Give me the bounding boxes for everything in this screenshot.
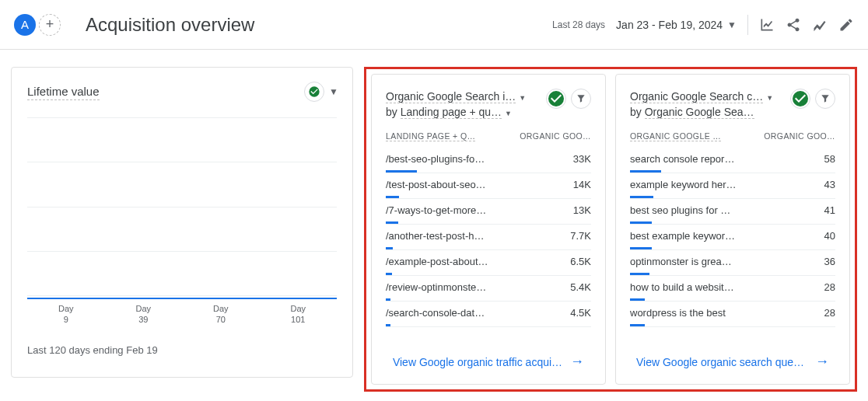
lifetime-value-title: Lifetime value [27,85,100,100]
organic-traffic-rows: /best-seo-plugins-fo…33K/test-post-about… [386,148,591,327]
row-value: 4.5K [570,307,591,319]
table-row[interactable]: best seo plugins for …41 [630,199,835,225]
organic-queries-card: Organic Google Search c…▼ by Organic Goo… [615,74,850,385]
status-check-icon[interactable] [790,89,810,109]
row-label: optinmonster is grea… [630,256,732,267]
filter-icon[interactable] [571,89,591,109]
row-value: 43 [824,179,835,190]
chevron-down-icon: ▼ [519,94,526,102]
row-value: 5.4K [570,281,591,293]
insights-icon[interactable] [759,17,775,33]
row-label: /best-seo-plugins-fo… [386,153,485,165]
chevron-down-icon: ▼ [766,94,773,102]
avatar-stack: A + [14,14,61,36]
row-label: /example-post-about… [386,256,488,267]
chevron-down-icon: ▼ [727,19,737,30]
date-range-value: Jan 23 - Feb 19, 2024 [616,19,723,31]
view-organic-traffic-link[interactable]: View Google organic traffic acqui… → [386,340,591,384]
highlighted-cards: Organic Google Search i…▼ by Landing pag… [364,67,857,392]
table-row[interactable]: example keyword her…43 [630,173,835,199]
row-label: /search-console-dat… [386,307,485,319]
status-check-icon[interactable] [304,82,324,102]
organic-queries-columns: ORGANIC GOOGLE … ORGANIC GOO… [630,131,835,141]
arrow-right-icon: → [570,354,584,370]
row-label: /review-optinmonste… [386,281,486,293]
row-value: 40 [824,230,835,242]
row-label: wordpress is the best [630,307,726,319]
organic-traffic-title[interactable]: Organic Google Search i…▼ by Landing pag… [386,89,541,120]
card-tools: ▼ [304,82,338,102]
row-value: 28 [824,307,835,319]
lifetime-chart: Day9 Day39 Day70 Day101 [27,117,337,326]
row-label: search console repor… [630,153,734,165]
lifetime-baseline [27,298,337,299]
lifetime-value-card: Lifetime value ▼ Day9 Day39 Day70 Day101… [11,67,353,378]
arrow-right-icon: → [815,354,829,370]
view-organic-queries-link[interactable]: View Google organic search queri… → [630,340,835,384]
trend-icon[interactable] [812,17,828,33]
row-label: best seo plugins for … [630,204,730,216]
table-row[interactable]: /test-post-about-seo…14K [386,173,591,199]
row-value: 13K [573,204,591,216]
table-row[interactable]: wordpress is the best28 [630,302,835,327]
row-value: 36 [824,256,835,267]
share-icon[interactable] [786,17,801,33]
row-value: 14K [573,179,591,190]
page-title: Acquisition overview [86,14,254,36]
lifetime-gridlines [27,117,337,296]
table-row[interactable]: /review-optinmonste…5.4K [386,276,591,302]
table-row[interactable]: how to build a websit…28 [630,276,835,302]
add-comparison-button[interactable]: + [39,14,61,36]
table-row[interactable]: /7-ways-to-get-more…13K [386,199,591,225]
organic-queries-title[interactable]: Organic Google Search c…▼ by Organic Goo… [630,89,786,120]
row-label: /test-post-about-seo… [386,179,486,190]
header-bar: A + Acquisition overview Last 28 days Ja… [0,0,868,50]
edit-icon[interactable] [838,17,854,33]
row-label: /another-test-post-h… [386,230,484,242]
lifetime-caption: Last 120 days ending Feb 19 [27,344,337,356]
table-row[interactable]: optinmonster is grea…36 [630,250,835,276]
row-label: example keyword her… [630,179,737,190]
lifetime-x-labels: Day9 Day39 Day70 Day101 [27,304,337,326]
divider [747,15,748,35]
table-row[interactable]: search console repor…58 [630,148,835,173]
filter-icon[interactable] [815,89,835,109]
header-right: Last 28 days Jan 23 - Feb 19, 2024 ▼ [552,15,854,35]
organic-queries-rows: search console repor…58example keyword h… [630,148,835,327]
row-value: 58 [824,153,835,165]
row-value: 28 [824,281,835,293]
row-label: /7-ways-to-get-more… [386,204,486,216]
row-value: 6.5K [570,256,591,267]
organic-traffic-columns: LANDING PAGE + Q… ORGANIC GOO… [386,131,591,141]
row-value: 33K [573,153,591,165]
chevron-down-icon: ▼ [505,110,512,117]
card-menu-caret[interactable]: ▼ [329,86,338,97]
table-row[interactable]: /search-console-dat…4.5K [386,302,591,327]
content-area: Lifetime value ▼ Day9 Day39 Day70 Day101… [0,50,868,401]
row-value: 7.7K [570,230,591,242]
status-check-icon[interactable] [546,89,566,109]
table-row[interactable]: /best-seo-plugins-fo…33K [386,148,591,173]
date-range-picker[interactable]: Jan 23 - Feb 19, 2024 ▼ [616,19,737,31]
organic-traffic-card: Organic Google Search i…▼ by Landing pag… [371,74,606,385]
row-value: 41 [824,204,835,216]
user-avatar[interactable]: A [14,14,36,36]
table-row[interactable]: best example keywor…40 [630,225,835,250]
table-row[interactable]: /example-post-about…6.5K [386,250,591,276]
row-label: how to build a websit… [630,281,734,293]
table-row[interactable]: /another-test-post-h…7.7K [386,225,591,250]
date-range-label: Last 28 days [552,19,605,30]
row-label: best example keywor… [630,230,735,242]
